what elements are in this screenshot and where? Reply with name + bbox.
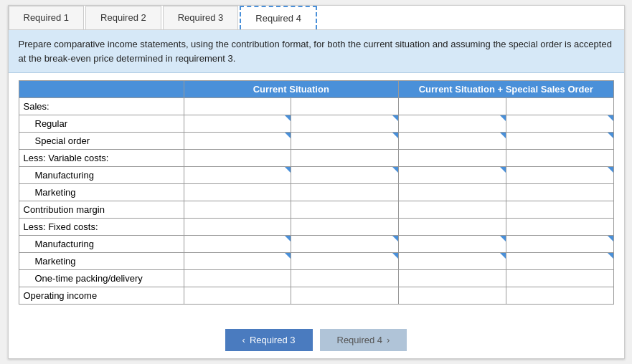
input-c4-regular[interactable] — [506, 116, 613, 132]
input-c4-mfg2[interactable] — [506, 236, 613, 252]
input-c3-mfg1[interactable] — [399, 168, 506, 183]
cell-c1-mfg2 — [184, 236, 291, 253]
input-c1-mfg1[interactable] — [184, 168, 291, 183]
cell-c4-lessfixed — [506, 219, 613, 236]
tab-required3[interactable]: Required 3 — [163, 6, 239, 29]
row-mfg1-label: Manufacturing — [19, 167, 184, 184]
cell-c3-regular — [398, 115, 506, 133]
cell-c1-sales — [184, 98, 291, 115]
row-contribution-label: Contribution margin — [19, 201, 184, 219]
cell-c3-lessvariable — [398, 150, 506, 167]
table-row: Sales: — [19, 98, 613, 115]
cell-c3-mkt2 — [398, 253, 506, 270]
row-operating-income-label: Operating income — [19, 287, 184, 305]
cell-c4-mfg1 — [506, 167, 613, 184]
cell-c2-mfg2 — [291, 236, 399, 253]
input-c4-special[interactable] — [506, 133, 613, 149]
cell-c2-contribution — [291, 201, 399, 219]
table-row: One-time packing/delivery — [19, 270, 613, 287]
cell-c4-mkt1 — [506, 184, 613, 201]
cell-c4-lessvariable — [506, 150, 613, 167]
tab-required4[interactable]: Required 4 — [240, 6, 317, 29]
cell-c3-contribution — [398, 201, 506, 219]
cell-c3-packing — [398, 270, 506, 287]
row-mkt1-label: Marketing — [19, 184, 184, 201]
input-c2-mkt2[interactable] — [291, 254, 398, 269]
row-less-fixed-label: Less: Fixed costs: — [19, 219, 184, 236]
cell-c1-lessvariable — [184, 150, 291, 167]
input-c4-mfg1[interactable] — [506, 168, 613, 183]
table-row: Manufacturing — [19, 236, 613, 253]
cell-c1-opincome — [184, 287, 291, 305]
table-row: Contribution margin — [19, 201, 613, 219]
row-packing-label: One-time packing/delivery — [19, 270, 184, 287]
tabs-bar: Required 1 Required 2 Required 3 Require… — [9, 6, 624, 30]
input-c2-regular[interactable] — [291, 116, 398, 132]
cell-c3-opincome — [398, 287, 506, 305]
cell-c2-special — [291, 133, 399, 150]
input-c3-mfg2[interactable] — [399, 236, 506, 252]
cell-c1-mfg1 — [184, 167, 291, 184]
cell-c2-regular — [291, 115, 399, 133]
table-row: Marketing — [19, 184, 613, 201]
input-c2-mfg1[interactable] — [291, 168, 398, 183]
cell-c1-mkt2 — [184, 253, 291, 270]
cell-c3-special — [398, 133, 506, 150]
table-row: Regular — [19, 115, 613, 133]
header-label — [19, 81, 184, 98]
cell-c4-packing — [506, 270, 613, 287]
cell-c1-lessfixed — [184, 219, 291, 236]
cell-c3-mfg1 — [398, 167, 506, 184]
chevron-left-icon: ‹ — [242, 335, 245, 345]
cell-c2-packing — [291, 270, 399, 287]
input-c1-mfg2[interactable] — [184, 236, 291, 252]
input-c3-special[interactable] — [399, 133, 506, 149]
header-current-situation: Current Situation — [184, 81, 398, 98]
cell-c4-special — [506, 133, 613, 150]
input-c3-mkt2[interactable] — [399, 254, 506, 269]
income-statement-table: Current Situation Current Situation + Sp… — [19, 80, 614, 305]
table-row: Special order — [19, 133, 613, 150]
row-mfg2-label: Manufacturing — [19, 236, 184, 253]
row-mkt2-label: Marketing — [19, 253, 184, 270]
cell-c4-mkt2 — [506, 253, 613, 270]
table-row: Marketing — [19, 253, 613, 270]
prev-button-label: Required 3 — [250, 335, 296, 345]
cell-c1-packing — [184, 270, 291, 287]
cell-c4-mfg2 — [506, 236, 613, 253]
header-special-order: Current Situation + Special Sales Order — [398, 81, 613, 98]
bottom-navigation: ‹ Required 3 Required 4 › — [9, 319, 624, 358]
table-area: Current Situation Current Situation + Sp… — [9, 73, 624, 319]
table-row: Manufacturing — [19, 167, 613, 184]
cell-c2-mkt1 — [291, 184, 399, 201]
prev-button[interactable]: ‹ Required 3 — [225, 329, 313, 351]
cell-c2-mfg1 — [291, 167, 399, 184]
cell-c2-sales — [291, 98, 399, 115]
input-c3-regular[interactable] — [399, 116, 506, 132]
cell-c2-lessvariable — [291, 150, 399, 167]
input-c1-regular[interactable] — [184, 116, 291, 132]
main-container: Required 1 Required 2 Required 3 Require… — [8, 5, 625, 359]
next-button-label: Required 4 — [337, 335, 383, 345]
input-c1-mkt2[interactable] — [184, 254, 291, 269]
cell-c1-contribution — [184, 201, 291, 219]
input-c2-special[interactable] — [291, 133, 398, 149]
chevron-right-icon: › — [387, 335, 390, 345]
input-c1-special[interactable] — [184, 133, 291, 149]
input-c4-mkt2[interactable] — [506, 254, 613, 269]
cell-c3-mkt1 — [398, 184, 506, 201]
table-row: Operating income — [19, 287, 613, 305]
cell-c2-lessfixed — [291, 219, 399, 236]
cell-c1-mkt1 — [184, 184, 291, 201]
tab-required1[interactable]: Required 1 — [9, 6, 85, 29]
cell-c4-sales — [506, 98, 613, 115]
row-sales-label: Sales: — [19, 98, 184, 115]
table-row: Less: Variable costs: — [19, 150, 613, 167]
tab-required2[interactable]: Required 2 — [85, 6, 161, 29]
cell-c3-lessfixed — [398, 219, 506, 236]
input-c2-mfg2[interactable] — [291, 236, 398, 252]
cell-c3-mfg2 — [398, 236, 506, 253]
cell-c4-regular — [506, 115, 613, 133]
cell-c1-special — [184, 133, 291, 150]
next-button[interactable]: Required 4 › — [320, 329, 407, 351]
